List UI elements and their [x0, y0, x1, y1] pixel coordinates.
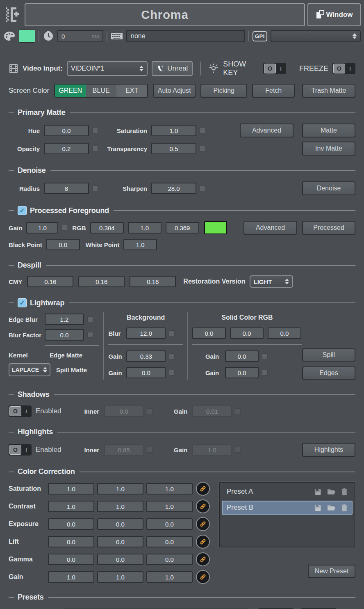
pf-gain-keyframe-checkbox[interactable] — [61, 225, 67, 231]
cc-input[interactable]: 1.0 — [48, 571, 94, 583]
key-color-swatch[interactable] — [19, 30, 35, 43]
solid-g-input[interactable]: 0.0 — [230, 327, 264, 339]
link-channels-button[interactable] — [196, 517, 210, 531]
keyboard-icon[interactable] — [111, 32, 123, 41]
pf-g-input[interactable]: 1.0 — [128, 222, 162, 234]
bg-blur-keyframe-checkbox[interactable] — [169, 330, 175, 336]
cc-input[interactable]: 1.0 — [146, 483, 193, 495]
trash-matte-button[interactable]: Trash Matte — [302, 84, 355, 98]
pm-advanced-button[interactable]: Advanced — [240, 124, 293, 137]
cc-input[interactable]: 0.0 — [97, 518, 143, 530]
delay-input[interactable]: 0 ms — [57, 30, 103, 42]
gpi-select[interactable] — [271, 30, 361, 42]
cmy-c-input[interactable]: 0.16 — [27, 276, 73, 287]
denoise-button[interactable]: Denoise — [302, 181, 355, 195]
lightwrap-checkbox[interactable]: ✓ — [18, 298, 27, 307]
freeze-off[interactable]: O — [333, 64, 345, 73]
preset-row[interactable]: Preset A — [222, 485, 353, 499]
cc-input[interactable]: 1.0 — [97, 483, 143, 495]
delete-preset-icon[interactable] — [341, 488, 348, 496]
screen-color-green[interactable]: GREEN — [55, 85, 86, 97]
blur-factor-input[interactable]: 0.0 — [45, 329, 84, 341]
bg-gain2-input[interactable]: 0.0 — [126, 367, 166, 378]
bg-gain2-keyframe-checkbox[interactable] — [169, 370, 175, 375]
shadows-toggle[interactable]: O I — [9, 405, 32, 417]
cc-input[interactable]: 0.0 — [97, 554, 143, 565]
hue-input[interactable]: 0.0 — [44, 125, 89, 136]
cc-input[interactable]: 0.0 — [146, 536, 193, 547]
hue-keyframe-checkbox[interactable] — [92, 128, 98, 133]
link-channels-button[interactable] — [196, 552, 210, 566]
spill-button[interactable]: Spill — [302, 348, 355, 362]
pf-color-swatch[interactable] — [204, 221, 227, 234]
cc-input[interactable]: 1.0 — [146, 571, 193, 583]
sharpen-input[interactable]: 28.0 — [151, 183, 196, 194]
highlights-off[interactable]: O — [9, 445, 21, 455]
preset-row-selected[interactable]: Preset B — [222, 501, 353, 515]
video-input-select[interactable]: VIDEOIN*1 — [67, 61, 148, 76]
cc-input[interactable]: 1.0 — [146, 501, 193, 512]
bg-blur-input[interactable]: 12.0 — [126, 327, 166, 339]
screen-color-blue[interactable]: BLUE — [86, 85, 116, 97]
cc-input[interactable]: 0.0 — [97, 536, 143, 547]
highlights-toggle[interactable]: O I — [9, 444, 32, 456]
cmy-m-input[interactable]: 0.16 — [78, 276, 125, 287]
show-key-toggle[interactable]: O I — [263, 63, 286, 74]
link-channels-button[interactable] — [196, 499, 210, 513]
shadows-off[interactable]: O — [9, 406, 21, 416]
solid-gain1-keyframe-checkbox[interactable] — [262, 353, 268, 359]
picking-button[interactable]: Picking — [200, 84, 247, 98]
bg-gain1-keyframe-checkbox[interactable] — [169, 353, 175, 359]
clock-icon[interactable] — [43, 30, 54, 42]
shortcut-input[interactable]: none — [126, 30, 245, 42]
blur-factor-keyframe-checkbox[interactable] — [87, 332, 93, 338]
cc-input[interactable]: 0.0 — [48, 554, 94, 565]
edge-blur-keyframe-checkbox[interactable] — [87, 316, 93, 322]
radius-keyframe-checkbox[interactable] — [92, 185, 98, 191]
black-point-input[interactable]: 0.0 — [46, 239, 80, 250]
link-channels-button[interactable] — [196, 570, 210, 584]
highlights-button[interactable]: Highlights — [302, 443, 355, 457]
matte-button[interactable]: Matte — [302, 124, 355, 137]
edges-button[interactable]: Edges — [302, 366, 355, 380]
load-preset-folder-icon[interactable] — [327, 504, 336, 511]
load-preset-folder-icon[interactable] — [327, 488, 336, 495]
processed-foreground-checkbox[interactable]: ✓ — [18, 206, 27, 215]
opacity-input[interactable]: 0.2 — [44, 143, 89, 154]
window-button[interactable]: Window — [307, 3, 361, 26]
solid-gain1-input[interactable]: 0.0 — [225, 350, 259, 362]
cc-input[interactable]: 0.0 — [146, 554, 193, 565]
pf-gain-input[interactable]: 1.0 — [26, 222, 58, 234]
solid-gain2-input[interactable]: 0.0 — [225, 367, 259, 378]
pf-b-input[interactable]: 0.369 — [166, 222, 199, 234]
solid-b-input[interactable]: 0.0 — [268, 327, 301, 339]
radius-input[interactable]: 8 — [44, 183, 89, 194]
solid-r-input[interactable]: 0.0 — [192, 327, 226, 339]
new-preset-button[interactable]: New Preset — [308, 565, 355, 578]
link-channels-button[interactable] — [196, 535, 210, 549]
auto-adjust-button[interactable]: Auto Adjust — [153, 84, 196, 98]
pf-advanced-button[interactable]: Advanced — [243, 221, 297, 235]
unreal-button[interactable]: Unreal — [152, 61, 193, 76]
cmy-y-input[interactable]: 0.16 — [130, 276, 176, 287]
transparency-input[interactable]: 0.5 — [151, 143, 196, 154]
cc-input[interactable]: 1.0 — [97, 571, 143, 583]
cc-input[interactable]: 1.0 — [48, 483, 94, 495]
show-key-off[interactable]: O — [264, 64, 276, 73]
inv-matte-button[interactable]: Inv Matte — [302, 142, 355, 156]
sharpen-keyframe-checkbox[interactable] — [200, 185, 205, 191]
processed-button[interactable]: Processed — [302, 221, 355, 235]
insert-keyer-icon[interactable] — [3, 3, 22, 26]
cc-input[interactable]: 0.0 — [146, 518, 193, 530]
bg-gain1-input[interactable]: 0.33 — [126, 350, 166, 362]
freeze-on[interactable]: I — [346, 66, 355, 72]
pf-r-input[interactable]: 0.384 — [90, 222, 124, 234]
cc-input[interactable]: 0.0 — [48, 518, 94, 530]
saturation-keyframe-checkbox[interactable] — [200, 128, 205, 133]
show-key-on[interactable]: I — [276, 66, 285, 72]
white-point-input[interactable]: 1.0 — [123, 239, 157, 250]
restoration-version-select[interactable]: LIGHT — [250, 275, 293, 288]
screen-color-ext[interactable]: EXT — [116, 85, 147, 97]
transparency-keyframe-checkbox[interactable] — [200, 146, 205, 151]
link-channels-button[interactable] — [196, 482, 210, 496]
